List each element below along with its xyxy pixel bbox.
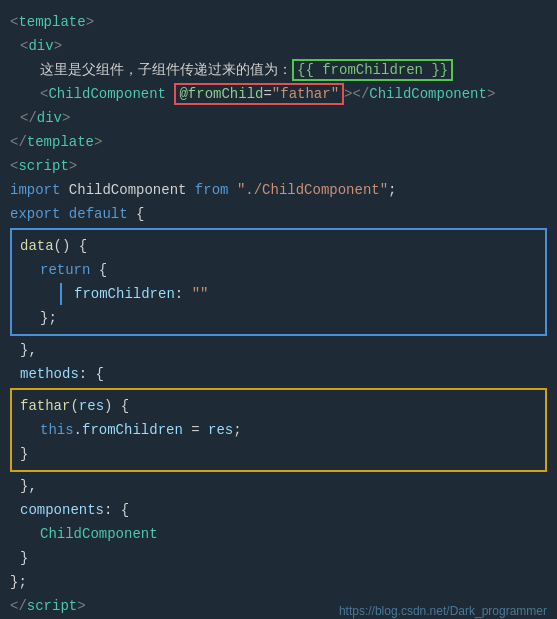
space (60, 179, 68, 201)
line-8: import ChildComponent from "./ChildCompo… (0, 178, 557, 202)
methods-keyword: methods (20, 363, 79, 385)
brace: { (90, 259, 107, 281)
bracket: > (54, 35, 62, 57)
line-3: 这里是父组件，子组件传递过来的值为：{{ fromChildren }} (0, 58, 557, 82)
space (228, 179, 236, 201)
export-keyword: export (10, 203, 60, 225)
methods-box: fathar(res) { this.fromChildren = res; } (10, 388, 547, 472)
equals: = (183, 419, 208, 441)
close-brace: } (20, 443, 28, 465)
bracket: </ (10, 131, 27, 153)
line-19: }, (0, 474, 557, 498)
from-keyword: from (195, 179, 229, 201)
space: { (128, 203, 145, 225)
line-10: data() { (20, 234, 537, 258)
script-tag: script (18, 155, 68, 177)
paren-close: ) { (104, 395, 129, 417)
chinese-comment: 这里是父组件，子组件传递过来的值为： (40, 59, 292, 81)
line-1: <template> (0, 10, 557, 34)
template-close-tag: template (27, 131, 94, 153)
methods-close: }, (20, 475, 37, 497)
line-4: <ChildComponent @fromChild="fathar"></Ch… (0, 82, 557, 106)
child-component-name: ChildComponent (69, 179, 187, 201)
line-6: </template> (0, 130, 557, 154)
bracket: </ (10, 595, 27, 617)
space (186, 179, 194, 201)
res-param: res (79, 395, 104, 417)
div-tag: div (28, 35, 53, 57)
line-15: methods: { (0, 362, 557, 386)
export-close: }; (10, 571, 27, 593)
dot: . (74, 419, 82, 441)
close-comma: }, (20, 339, 37, 361)
child-component-close-tag: ChildComponent (369, 83, 487, 105)
close-semi: }; (40, 307, 57, 329)
bracket: < (10, 155, 18, 177)
bracket: > (487, 83, 495, 105)
line-7: <script> (0, 154, 557, 178)
from-children-assign: fromChildren (82, 419, 183, 441)
colon: : { (104, 499, 129, 521)
import-keyword: import (10, 179, 60, 201)
this-keyword: this (40, 419, 74, 441)
paren: () { (54, 235, 88, 257)
data-func: data (20, 235, 54, 257)
fathar-func: fathar (20, 395, 70, 417)
line-23: }; (0, 570, 557, 594)
bracket: </ (20, 107, 37, 129)
script-close-tag: script (27, 595, 77, 617)
components-close: } (20, 547, 28, 569)
bracket: < (40, 83, 48, 105)
empty-string: "" (192, 283, 209, 305)
import-path: "./ChildComponent" (237, 179, 388, 201)
line-13: }; (20, 306, 537, 330)
template-tag: template (18, 11, 85, 33)
res-value: res (208, 419, 233, 441)
div-close-tag: div (37, 107, 62, 129)
bracket: > (77, 595, 85, 617)
line-5: </div> (0, 106, 557, 130)
components-keyword: components (20, 499, 104, 521)
data-function-box: data() { return { fromChildren: "" }; (10, 228, 547, 336)
from-children-highlight: {{ fromChildren }} (292, 59, 453, 81)
bracket: ></ (344, 83, 369, 105)
line-22: } (0, 546, 557, 570)
line-14: }, (0, 338, 557, 362)
paren-open: ( (70, 395, 78, 417)
bracket: > (62, 107, 70, 129)
bracket: < (20, 35, 28, 57)
child-component-ref: ChildComponent (40, 523, 158, 545)
line-16: fathar(res) { (20, 394, 537, 418)
space (60, 203, 68, 225)
from-children-prop: fromChildren (74, 283, 175, 305)
default-keyword: default (69, 203, 128, 225)
bracket: > (86, 11, 94, 33)
line-11: return { (20, 258, 537, 282)
semi: ; (233, 419, 241, 441)
watermark: https://blog.csdn.net/Dark_programmer (339, 604, 547, 618)
return-keyword: return (40, 259, 90, 281)
colon: : (175, 283, 192, 305)
semicolon: ; (388, 179, 396, 201)
line-9: export default { (0, 202, 557, 226)
from-child-attr-highlight: @fromChild="fathar" (174, 83, 344, 105)
line-18: } (20, 442, 537, 466)
colon: : { (79, 363, 104, 385)
line-2: <div> (0, 34, 557, 58)
bracket: < (10, 11, 18, 33)
line-17: this.fromChildren = res; (20, 418, 537, 442)
code-container: <template> <div> 这里是父组件，子组件传递过来的值为：{{ fr… (0, 0, 557, 619)
line-20: components: { (0, 498, 557, 522)
line-12: fromChildren: "" (20, 282, 537, 306)
child-component-tag: ChildComponent (48, 83, 166, 105)
line-21: ChildComponent (0, 522, 557, 546)
bracket: > (94, 131, 102, 153)
bracket: > (69, 155, 77, 177)
